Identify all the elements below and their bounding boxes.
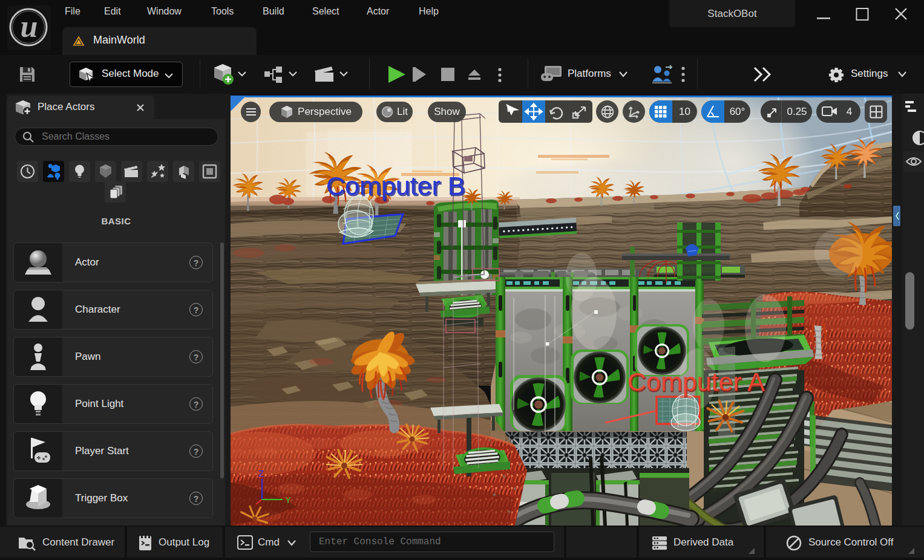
svg-text:Z: Z [258, 468, 264, 478]
svg-text:Y: Y [285, 495, 291, 505]
svg-text:Computer B: Computer B [326, 171, 465, 200]
svg-text:u: u [21, 9, 38, 44]
svg-text:Computer A: Computer A [627, 367, 765, 396]
